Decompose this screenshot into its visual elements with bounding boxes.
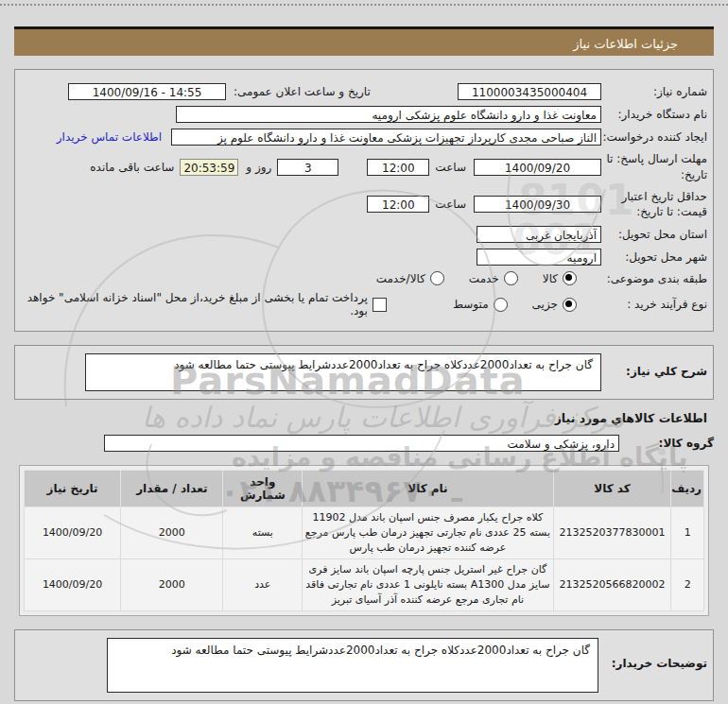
province-field[interactable]: آذربایجان غربی	[477, 226, 601, 243]
header-need-date: تاریخ نیاز	[25, 471, 121, 507]
price-validity-date-field[interactable]: 1400/09/30	[474, 196, 601, 213]
cell-goods-name: گان جراح غیر استریل جنس پارچه اسپان باند…	[303, 559, 554, 611]
price-validity-label: حداقل تاریخ اعتبار قیمت: تا تاریخ:	[601, 189, 707, 221]
treasury-checkbox[interactable]	[373, 298, 387, 312]
goods-table-container: ردیف کد کالا نام کالا واحد شمارش تعداد /…	[19, 465, 709, 616]
hours-remaining-label: ساعت باقی مانده	[90, 161, 174, 174]
radio-goods-label: کالا	[543, 272, 558, 285]
classification-option-goods[interactable]: کالا	[543, 271, 577, 285]
classification-row: طبقه بندی موضوعی: کالا خدمت کالا/خدمت	[21, 271, 707, 285]
cell-unit: عدد	[223, 559, 303, 611]
radio-medium-label: متوسط	[453, 298, 489, 311]
requester-field[interactable]: الناز صباحی مجدی کارپرداز تجهیزات پزشکی …	[171, 129, 601, 146]
remaining-days-field[interactable]: 3	[277, 159, 338, 176]
classification-label: طبقه بندی موضوعی:	[601, 272, 707, 285]
header-goods-name: نام کالا	[303, 471, 554, 507]
details-section-title: جزئیات اطلاعات نیاز	[573, 37, 678, 51]
radio-service-label: خدمت	[469, 272, 499, 285]
buyer-notes-label: توضیحات خریدار:	[598, 638, 707, 670]
cell-goods-name: کلاه جراح یکبار مصرف جنس اسپان باند مدل …	[303, 507, 554, 559]
classification-option-service[interactable]: خدمت	[469, 271, 518, 285]
announce-datetime-field[interactable]: 1400/09/16 - 14:55	[68, 83, 226, 100]
cell-goods-code: 2132520377830001	[553, 507, 671, 559]
cell-quantity: 2000	[121, 507, 223, 559]
buyer-name-label: نام دستگاه خریدار:	[601, 108, 707, 121]
countdown-timer: 20:53:59	[180, 159, 238, 176]
radio-goods[interactable]	[563, 271, 577, 285]
cell-goods-code: 2132520566820002	[553, 559, 671, 611]
need-details-page: { "title_bar": { "title": "جزئیات اطلاعا…	[0, 0, 728, 704]
price-validity-row: حداقل تاریخ اعتبار قیمت: تا تاریخ: 1400/…	[21, 189, 707, 221]
buyer-contact-link[interactable]: اطلاعات تماس خریدار	[57, 130, 162, 144]
details-section-header: جزئیات اطلاعات نیاز	[14, 26, 714, 56]
radio-minor[interactable]	[563, 298, 577, 312]
buyer-notes-field[interactable]: گان جراح به تعداد2000عددکلاه جراح به تعد…	[107, 638, 598, 693]
header-goods-code: کد کالا	[553, 471, 671, 507]
process-type-label: نوع فرآیند خرید :	[601, 298, 707, 311]
goods-group-field[interactable]: دارو، پزشکی و سلامت	[104, 435, 619, 452]
radio-goods-service[interactable]	[430, 271, 444, 285]
reply-deadline-label: مهلت ارسال پاسخ: تا تاریخ:	[601, 151, 707, 183]
table-row: 1 2132520377830001 کلاه جراح یکبار مصرف …	[25, 507, 704, 559]
province-label: استان محل تحویل:	[601, 228, 707, 241]
radio-medium[interactable]	[494, 298, 508, 312]
buyer-name-row: نام دستگاه خریدار: معاونت غذا و دارو دان…	[21, 106, 707, 123]
need-description-label: شرح كلي نياز:	[601, 353, 707, 378]
cell-need-date: 1400/09/20	[25, 559, 121, 611]
cell-unit: بسته	[223, 507, 303, 559]
need-number-field[interactable]: 1100003435000404	[458, 83, 601, 100]
requester-label: ایجاد کننده درخواست:	[601, 130, 707, 144]
radio-service[interactable]	[504, 271, 518, 285]
cell-need-date: 1400/09/20	[25, 507, 121, 559]
buyer-notes-row: توضیحات خریدار: گان جراح به تعداد2000عدد…	[21, 638, 707, 693]
table-row: 2 2132520566820002 گان جراح غیر استریل ج…	[25, 559, 704, 611]
classification-option-goods-service[interactable]: کالا/خدمت	[376, 271, 444, 285]
top-dotted-divider	[0, 4, 728, 6]
process-option-minor[interactable]: جزیی	[532, 298, 577, 312]
need-description-field[interactable]: گان جراح به تعداد2000عددکلاه جراح به تعد…	[85, 353, 601, 391]
need-description-box: شرح كلي نياز: گان جراح به تعداد2000عددکل…	[14, 345, 714, 400]
goods-table-header-row: ردیف کد کالا نام کالا واحد شمارش تعداد /…	[25, 471, 704, 507]
need-info-box: شماره نیاز: 1100003435000404 تاریخ و ساع…	[14, 69, 714, 332]
header-unit: واحد شمارش	[223, 471, 303, 507]
radio-goods-service-label: کالا/خدمت	[376, 272, 425, 285]
price-validity-hour-field[interactable]: 12:00	[367, 196, 429, 213]
validity-hour-label: ساعت	[435, 197, 466, 211]
need-description-row: شرح كلي نياز: گان جراح به تعداد2000عددکل…	[21, 353, 707, 391]
need-number-label: شماره نیاز:	[601, 85, 707, 98]
cell-row-number: 1	[671, 507, 704, 559]
goods-section-title: اطلاعات كالاهاي مورد نياز	[0, 411, 707, 425]
cell-row-number: 2	[671, 559, 704, 611]
city-row: شهر محل تحویل: ارومیه	[21, 249, 707, 266]
province-row: استان محل تحویل: آذربایجان غربی	[21, 226, 707, 243]
radio-minor-label: جزیی	[532, 298, 558, 311]
process-option-medium[interactable]: متوسط	[453, 298, 508, 312]
buyer-name-field[interactable]: معاونت غذا و دارو دانشگاه علوم پزشکی ارو…	[176, 106, 601, 123]
need-number-row: شماره نیاز: 1100003435000404 تاریخ و ساع…	[21, 83, 707, 100]
header-row-number: ردیف	[671, 471, 704, 507]
treasury-checkbox-label: پرداخت تمام یا بخشی از مبلغ خرید،از محل …	[21, 291, 368, 318]
buyer-notes-box: توضیحات خریدار: گان جراح به تعداد2000عدد…	[14, 629, 714, 701]
goods-group-label: گروه کالا:	[619, 437, 714, 450]
goods-table: ردیف کد کالا نام کالا واحد شمارش تعداد /…	[24, 470, 704, 611]
days-and-label: روز و	[246, 161, 271, 174]
reply-deadline-date-field[interactable]: 1400/09/20	[474, 159, 601, 176]
cell-quantity: 2000	[121, 559, 223, 611]
reply-deadline-hour-field[interactable]: 12:00	[367, 159, 429, 176]
announce-label: تاریخ و ساعت اعلان عمومی:	[234, 85, 371, 98]
process-type-row: نوع فرآیند خرید : جزیی متوسط پرداخت تمام…	[21, 291, 707, 318]
city-label: شهر محل تحویل:	[601, 250, 707, 264]
city-field[interactable]: ارومیه	[477, 249, 601, 266]
reply-deadline-row: مهلت ارسال پاسخ: تا تاریخ: 1400/09/20 سا…	[21, 151, 707, 183]
header-quantity: تعداد / مقدار	[121, 471, 223, 507]
goods-group-row: گروه کالا: دارو، پزشکی و سلامت	[14, 435, 714, 452]
requester-row: ایجاد کننده درخواست: الناز صباحی مجدی کا…	[21, 129, 707, 146]
treasury-checkbox-option[interactable]: پرداخت تمام یا بخشی از مبلغ خرید،از محل …	[21, 291, 387, 318]
deadline-hour-label: ساعت	[435, 161, 466, 174]
